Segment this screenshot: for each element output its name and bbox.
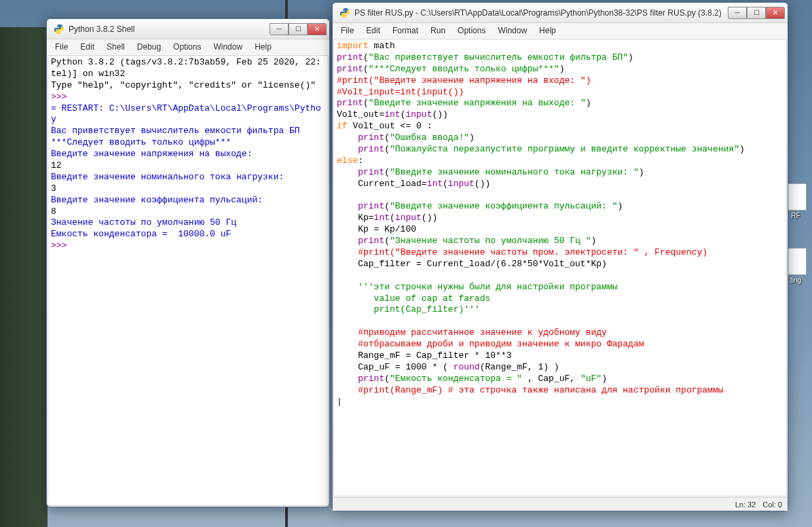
shell-line: Python 3.8.2 (tags/v3.8.2:7b3ab59, Feb 2… bbox=[51, 57, 325, 69]
code-line: else: bbox=[337, 156, 783, 167]
code-line: #print("Введите значение частоты пром. э… bbox=[337, 247, 783, 259]
shell-line: Вас приветствует вычислитель емкости фил… bbox=[51, 126, 325, 137]
code-line bbox=[337, 316, 783, 327]
maximize-button[interactable]: ☐ bbox=[289, 23, 308, 35]
code-line: Kp = Kp/100 bbox=[337, 224, 783, 236]
code-line: import math bbox=[337, 41, 783, 52]
code-line: print("Ошибка ввода!") bbox=[337, 132, 783, 144]
code-line: if Volt_out <= 0 : bbox=[337, 121, 783, 132]
editor-titlebar[interactable]: PS filter RUS.py - C:\Users\RT\AppData\L… bbox=[333, 3, 788, 23]
code-line: Volt_out=int(input()) bbox=[337, 109, 783, 121]
shell-line: tel)] on win32 bbox=[51, 69, 325, 80]
menu-window[interactable]: Window bbox=[208, 41, 248, 53]
menu-help[interactable]: Help bbox=[534, 24, 561, 37]
code-line: print("Вас приветствует вычислитель емко… bbox=[337, 52, 783, 64]
shell-line: ***Следует вводить только цифры*** bbox=[51, 137, 325, 149]
code-line: value of cap at farads bbox=[337, 293, 783, 305]
menu-run[interactable]: Run bbox=[425, 24, 451, 37]
menu-debug[interactable]: Debug bbox=[132, 41, 166, 53]
code-line: print("Введите значение коэффициента пул… bbox=[337, 201, 783, 213]
status-col: Col: 0 bbox=[762, 501, 782, 509]
editor-content[interactable]: import mathprint("Вас приветствует вычис… bbox=[333, 39, 787, 496]
code-line: Kp=int(input()) bbox=[337, 213, 783, 224]
svg-point-3 bbox=[346, 16, 346, 16]
code-line: print("Значение частоты по умолчанию 50 … bbox=[337, 236, 783, 247]
code-line: Cap_uF = 1000 * ( round(Range_mF, 1) ) bbox=[337, 362, 783, 374]
editor-window[interactable]: PS filter RUS.py - C:\Users\RT\AppData\L… bbox=[332, 2, 788, 511]
code-line: print(Cap_filter)''' bbox=[337, 304, 783, 316]
python-icon bbox=[54, 24, 64, 35]
code-line: '''эти строчки нужны были для настройки … bbox=[337, 282, 783, 293]
minimize-button[interactable]: ─ bbox=[728, 7, 747, 19]
editor-title: PS filter RUS.py - C:\Users\RT\AppData\L… bbox=[354, 8, 728, 18]
editor-menubar: FileEditFormatRunOptionsWindowHelp bbox=[333, 23, 788, 38]
shell-line: = RESTART: C:\Users\RT\AppData\Local\Pro… bbox=[51, 103, 325, 115]
menu-file[interactable]: File bbox=[335, 24, 359, 37]
shell-line: >>> bbox=[51, 92, 325, 103]
menu-help[interactable]: Help bbox=[249, 41, 277, 53]
shell-line: Емкость конденсатора = 10000.0 uF bbox=[51, 229, 325, 240]
svg-point-2 bbox=[343, 9, 344, 10]
menu-options[interactable]: Options bbox=[452, 24, 491, 37]
shell-content[interactable]: Python 3.8.2 (tags/v3.8.2:7b3ab59, Feb 2… bbox=[48, 55, 329, 506]
code-line bbox=[337, 190, 783, 202]
code-line: print("Введите значение номинального ток… bbox=[337, 167, 783, 179]
code-line: print("Введите значение напряжения на вы… bbox=[337, 98, 783, 109]
menu-options[interactable]: Options bbox=[168, 41, 206, 53]
code-line: #print("Введите значение напряжения на в… bbox=[337, 75, 783, 87]
code-line: Range_mF = Cap_filter * 10**3 bbox=[337, 350, 783, 362]
maximize-button[interactable]: ☐ bbox=[747, 7, 766, 19]
cursor: | bbox=[337, 397, 783, 408]
background-truck bbox=[0, 27, 48, 527]
code-line: #приводим рассчитанное значение к удобно… bbox=[337, 327, 783, 339]
shell-line: Введите значение коэффициента пульсаций: bbox=[51, 195, 325, 206]
shell-line: Значение частоты по умолчанию 50 Гц bbox=[51, 217, 325, 229]
menu-window[interactable]: Window bbox=[492, 24, 532, 37]
code-line: print("Пожалуйста перезапустите программ… bbox=[337, 144, 783, 156]
shell-line: Type "help", "copyright", "credits" or "… bbox=[51, 80, 325, 92]
shell-line: y bbox=[51, 114, 325, 126]
minimize-button[interactable]: ─ bbox=[270, 23, 289, 35]
menu-shell[interactable]: Shell bbox=[101, 41, 130, 53]
shell-line: 12 bbox=[51, 160, 325, 172]
code-line: Cap_filter = Current_load/(6.28*50*Volt_… bbox=[337, 259, 783, 270]
menu-format[interactable]: Format bbox=[387, 24, 424, 37]
close-button[interactable]: ✕ bbox=[308, 23, 327, 35]
svg-point-0 bbox=[57, 25, 58, 26]
shell-titlebar[interactable]: Python 3.8.2 Shell ─ ☐ ✕ bbox=[47, 19, 329, 39]
code-line: #print(Range_mF) # эта строчка также нап… bbox=[337, 385, 783, 397]
status-line: Ln: 32 bbox=[735, 501, 756, 509]
code-line: print("***Следует вводить только цифры**… bbox=[337, 64, 783, 75]
shell-line: Введите значение напряжения на выходе: bbox=[51, 149, 325, 160]
shell-line: Введите значение номинального тока нагру… bbox=[51, 172, 325, 183]
shell-line: 8 bbox=[51, 206, 325, 218]
shell-window[interactable]: Python 3.8.2 Shell ─ ☐ ✕ FileEditShellDe… bbox=[46, 18, 330, 507]
editor-statusbar: Ln: 32 Col: 0 bbox=[333, 497, 788, 511]
menu-edit[interactable]: Edit bbox=[75, 41, 100, 53]
python-icon bbox=[339, 7, 350, 18]
close-button[interactable]: ✕ bbox=[766, 7, 785, 19]
code-line: Current_load=int(input()) bbox=[337, 179, 783, 190]
svg-point-1 bbox=[60, 32, 60, 33]
code-line: #Volt_input=int(input()) bbox=[337, 87, 783, 98]
shell-line: 3 bbox=[51, 183, 325, 195]
shell-title: Python 3.8.2 Shell bbox=[69, 24, 270, 34]
shell-line: >>> bbox=[51, 240, 325, 252]
code-line: print("Емкость конденсатора = " , Cap_uF… bbox=[337, 374, 783, 385]
menu-file[interactable]: File bbox=[50, 41, 73, 53]
code-line: #отбрасываем дроби и приводим значение к… bbox=[337, 339, 783, 350]
code-line bbox=[337, 270, 783, 282]
menu-edit[interactable]: Edit bbox=[361, 24, 386, 37]
shell-menubar: FileEditShellDebugOptionsWindowHelp bbox=[47, 39, 329, 54]
